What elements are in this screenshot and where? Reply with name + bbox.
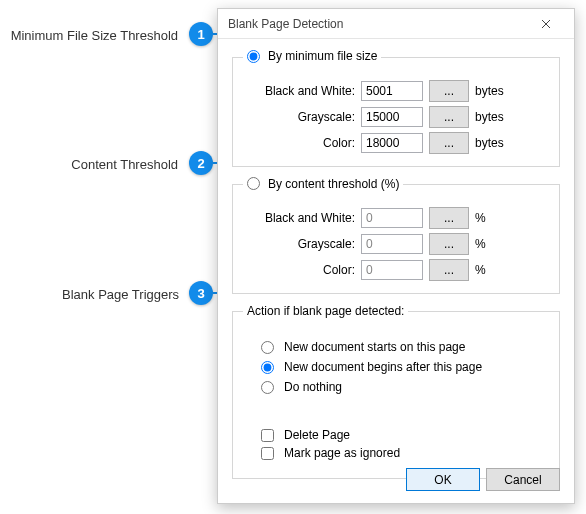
check-mark-ignored-label: Mark page as ignored (284, 446, 400, 460)
input-content-bw[interactable] (361, 208, 423, 228)
radio-action-starts-on-input[interactable] (261, 341, 274, 354)
dialog-title: Blank Page Detection (228, 17, 343, 31)
browse-filesize-gray[interactable]: ... (429, 106, 469, 128)
content-row-gray: Grayscale: ... % (243, 233, 549, 255)
group-action: Action if blank page detected: New docum… (232, 304, 560, 479)
browse-filesize-color[interactable]: ... (429, 132, 469, 154)
callout-label-1: Minimum File Size Threshold (8, 28, 178, 43)
browse-content-color[interactable]: ... (429, 259, 469, 281)
browse-content-gray[interactable]: ... (429, 233, 469, 255)
button-bar: OK Cancel (406, 468, 560, 491)
input-filesize-bw[interactable] (361, 81, 423, 101)
filesize-row-bw: Black and White: ... bytes (243, 80, 549, 102)
radio-action-after-label: New document begins after this page (284, 360, 482, 374)
radio-action-after[interactable]: New document begins after this page (261, 360, 549, 374)
input-content-color[interactable] (361, 260, 423, 280)
callout-badge-2: 2 (189, 151, 213, 175)
label-color: Color: (243, 136, 355, 150)
unit-bytes-bw: bytes (475, 84, 509, 98)
ok-button[interactable]: OK (406, 468, 480, 491)
unit-bytes-color: bytes (475, 136, 509, 150)
input-filesize-gray[interactable] (361, 107, 423, 127)
radio-by-filesize-label: By minimum file size (268, 49, 377, 63)
label-content-gray: Grayscale: (243, 237, 355, 251)
unit-pct-color: % (475, 263, 509, 277)
browse-content-bw[interactable]: ... (429, 207, 469, 229)
radio-by-filesize-input[interactable] (247, 50, 260, 63)
label-gray: Grayscale: (243, 110, 355, 124)
callout-badge-3: 3 (189, 281, 213, 305)
radio-by-content-input[interactable] (247, 177, 260, 190)
check-delete-page[interactable]: Delete Page (261, 428, 549, 442)
check-mark-ignored-input[interactable] (261, 447, 274, 460)
filesize-row-color: Color: ... bytes (243, 132, 549, 154)
radio-action-nothing[interactable]: Do nothing (261, 380, 549, 394)
titlebar: Blank Page Detection (218, 9, 574, 39)
group-filesize: By minimum file size Black and White: ..… (232, 49, 560, 167)
close-icon (541, 19, 551, 29)
input-content-gray[interactable] (361, 234, 423, 254)
radio-by-content[interactable]: By content threshold (%) (247, 177, 399, 191)
content-row-color: Color: ... % (243, 259, 549, 281)
dialog-body: By minimum file size Black and White: ..… (218, 39, 574, 479)
filesize-row-gray: Grayscale: ... bytes (243, 106, 549, 128)
group-content: By content threshold (%) Black and White… (232, 177, 560, 295)
check-delete-page-label: Delete Page (284, 428, 350, 442)
radio-action-after-input[interactable] (261, 361, 274, 374)
browse-filesize-bw[interactable]: ... (429, 80, 469, 102)
callout-label-3: Blank Page Triggers (62, 287, 178, 302)
radio-action-starts-on-label: New document starts on this page (284, 340, 465, 354)
input-filesize-color[interactable] (361, 133, 423, 153)
callout-label-2: Content Threshold (62, 157, 178, 172)
close-button[interactable] (526, 12, 566, 36)
radio-action-starts-on[interactable]: New document starts on this page (261, 340, 549, 354)
content-row-bw: Black and White: ... % (243, 207, 549, 229)
unit-bytes-gray: bytes (475, 110, 509, 124)
radio-action-nothing-label: Do nothing (284, 380, 342, 394)
callout-badge-1: 1 (189, 22, 213, 46)
label-bw: Black and White: (243, 84, 355, 98)
label-content-bw: Black and White: (243, 211, 355, 225)
radio-by-filesize[interactable]: By minimum file size (247, 49, 377, 63)
label-content-color: Color: (243, 263, 355, 277)
dialog: Blank Page Detection By minimum file siz… (217, 8, 575, 504)
check-mark-ignored[interactable]: Mark page as ignored (261, 446, 549, 460)
radio-by-content-label: By content threshold (%) (268, 177, 399, 191)
unit-pct-gray: % (475, 237, 509, 251)
cancel-button[interactable]: Cancel (486, 468, 560, 491)
unit-pct-bw: % (475, 211, 509, 225)
group-action-legend: Action if blank page detected: (243, 304, 408, 318)
radio-action-nothing-input[interactable] (261, 381, 274, 394)
check-delete-page-input[interactable] (261, 429, 274, 442)
